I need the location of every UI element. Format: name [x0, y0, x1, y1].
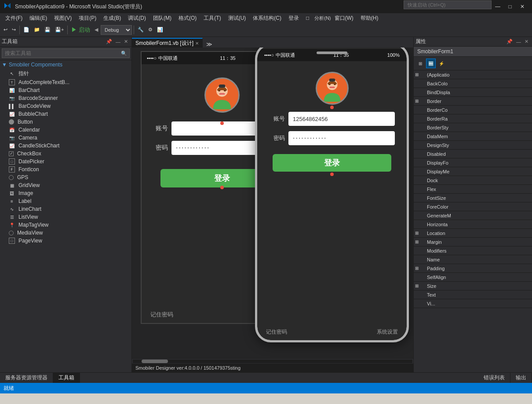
props-pin-btn[interactable]: 📌: [505, 39, 514, 44]
toolbox-item-pageview[interactable]: □ PageView: [0, 237, 131, 245]
bottom-tab-server-explorer[interactable]: 服务器资源管理器: [0, 373, 53, 383]
new-button[interactable]: 📄: [22, 25, 31, 35]
toolbox-item-candlestickchart[interactable]: 📈 CandleStickChart: [0, 142, 131, 150]
toolbox-item-checkbox[interactable]: ✓ CheckBox: [0, 150, 131, 158]
preview-phone-container: ••••○ 中国联通 11：35 100%: [255, 48, 409, 342]
toolbox-item-listview[interactable]: ☰ ListView: [0, 213, 131, 221]
toolbox-item-label: FontIcon: [18, 166, 39, 173]
quick-launch-input[interactable]: [404, 0, 492, 9]
designer-scrollbar-h[interactable]: [132, 358, 413, 364]
debug-config-select[interactable]: Debug Release: [101, 25, 132, 35]
toolbox-item-barcodeview[interactable]: ▌▌ BarCodeView: [0, 102, 131, 110]
save-button[interactable]: 💾: [43, 25, 52, 35]
menu-edit[interactable]: 编辑(E): [26, 14, 51, 23]
props-sort-category-btn[interactable]: ⊞: [415, 59, 425, 68]
toolbox-item-maptagview[interactable]: 📍 MapTagView: [0, 221, 131, 229]
prop-expand-icon[interactable]: ⊞: [414, 239, 420, 244]
prop-name: Padding: [420, 266, 473, 271]
toolbox-items-list: ▼ Smobiler Compoments ↖ 指针 T AutoComplet…: [0, 60, 131, 372]
toolbox-item-calendar[interactable]: 📅 Calendar: [0, 126, 131, 134]
bottom-tab-output[interactable]: 输出: [510, 373, 532, 383]
scroll-thumb[interactable]: [142, 360, 168, 363]
toolbox-item-mediaview[interactable]: MediaView: [0, 229, 131, 237]
toolbox-item-autocomplete[interactable]: T AutoCompleteTextB...: [0, 78, 131, 86]
toolbox-auto-hide-btn[interactable]: —: [114, 39, 122, 44]
prop-row-flex: Flex: [414, 185, 532, 194]
toolbox-item-gps[interactable]: GPS: [0, 173, 131, 181]
minimize-button[interactable]: —: [492, 0, 504, 13]
preview-login-button[interactable]: 登录: [273, 154, 391, 172]
toolbox-pin-btn[interactable]: 📌: [104, 39, 114, 44]
preview-status-bar: ••••○ 中国联通 11：35 100%: [257, 49, 407, 61]
toolbar-extra-btn1[interactable]: 🔧: [136, 25, 146, 35]
menu-project[interactable]: 项目(P): [75, 14, 100, 23]
prop-row-location: ⊞ Location: [414, 229, 532, 238]
props-events-btn[interactable]: ⚡: [437, 59, 446, 68]
toolbox-item-button[interactable]: Button: [0, 118, 131, 126]
toolbox-item-label: MediaView: [17, 230, 43, 236]
props-sort-alpha-btn[interactable]: 🔤: [426, 59, 436, 68]
menu-tools[interactable]: 工具(T): [200, 14, 224, 23]
prop-expand-icon[interactable]: ⊞: [414, 99, 420, 103]
preview-avatar-svg: [317, 73, 347, 104]
menu-format[interactable]: 格式(O): [175, 14, 200, 23]
toolbox-item-pointer[interactable]: ↖ 指针: [0, 69, 131, 78]
toolbox-item-barcodescanner[interactable]: 📷 BarcodeScanner: [0, 94, 131, 102]
prop-expand-icon[interactable]: ⊞: [414, 72, 420, 77]
toolbox-item-camera[interactable]: 📷 Camera: [0, 134, 131, 142]
toolbox-item-gridview[interactable]: ▦ GridView: [0, 181, 131, 189]
menu-file[interactable]: 文件(F): [2, 14, 26, 23]
menu-test[interactable]: 测试(U): [225, 14, 250, 23]
svg-rect-4: [219, 93, 225, 95]
bottom-tab-toolbox[interactable]: 工具箱: [53, 373, 80, 383]
toolbox-item-label[interactable]: ≡ Label: [0, 197, 131, 205]
menu-team[interactable]: 团队(M): [149, 14, 175, 23]
password-label: 密码: [150, 144, 168, 152]
prop-expand-icon[interactable]: ⊞: [414, 283, 420, 288]
new-tab-button[interactable]: ≫: [203, 41, 216, 48]
toolbar-extra-btn3[interactable]: 📊: [155, 25, 165, 35]
toolbox-item-datepicker[interactable]: □ DatePicker: [0, 158, 131, 165]
menu-arch[interactable]: 体系结构(C): [249, 14, 285, 23]
menu-build[interactable]: 生成(B): [100, 14, 124, 23]
maximize-button[interactable]: □: [504, 0, 516, 13]
toolbox-item-image[interactable]: 🖼 Image: [0, 189, 131, 197]
open-button[interactable]: 📁: [32, 25, 42, 35]
toolbox-category-smobiler[interactable]: ▼ Smobiler Compoments: [0, 60, 131, 69]
designer-tab-form1[interactable]: SmobilerForm1.vb [设计] ✕: [132, 38, 203, 48]
toolbox-search-input[interactable]: [2, 48, 130, 58]
menu-save[interactable]: □: [302, 14, 313, 22]
toolbox-item-fonticon[interactable]: F FontIcon: [0, 165, 131, 173]
pageview-icon: □: [9, 238, 15, 244]
preview-password-input[interactable]: ············: [288, 131, 395, 145]
prop-expand-icon[interactable]: ⊞: [414, 266, 420, 271]
toolbar-extra-btn2[interactable]: ⚙: [146, 25, 154, 35]
tab-close-icon[interactable]: ✕: [195, 41, 199, 46]
prop-row-fontsize: FontSize: [414, 194, 532, 202]
redo-button[interactable]: ↪: [10, 25, 18, 35]
preview-account-input[interactable]: 12564862456: [288, 112, 395, 126]
toolbox-item-bubblechart[interactable]: 📈 BubbleChart: [0, 110, 131, 118]
menu-window[interactable]: 窗口(W): [331, 14, 357, 23]
undo-button[interactable]: ↩: [2, 25, 9, 35]
toolbox-close-btn[interactable]: ✕: [122, 39, 130, 44]
prop-row-borderco: BorderCo: [414, 106, 532, 114]
save-all-button[interactable]: 💾+: [53, 25, 66, 35]
toolbox-item-barchart[interactable]: 📊 BarChart: [0, 86, 131, 94]
props-close-btn[interactable]: ✕: [523, 39, 530, 44]
menu-login[interactable]: 登录: [285, 14, 302, 23]
props-auto-hide-btn[interactable]: —: [514, 39, 523, 44]
bottom-tab-errors[interactable]: 错误列表: [478, 373, 510, 383]
menu-debug[interactable]: 调试(D): [124, 14, 149, 23]
menu-help[interactable]: 帮助(H): [357, 14, 382, 23]
toolbox-item-linechart[interactable]: ∿ LineChart: [0, 205, 131, 213]
stop-button[interactable]: ◀: [93, 25, 100, 35]
toolbox-item-label: PageView: [18, 238, 42, 244]
avatar-circle: [204, 77, 240, 113]
toolbox-item-label: BubbleChart: [18, 111, 48, 117]
start-button[interactable]: ▶ 启动: [69, 25, 92, 35]
svg-rect-7: [225, 89, 227, 91]
menu-view[interactable]: 视图(V): [51, 14, 75, 23]
prop-expand-icon[interactable]: ⊞: [414, 231, 420, 235]
close-button[interactable]: ✕: [516, 0, 528, 13]
